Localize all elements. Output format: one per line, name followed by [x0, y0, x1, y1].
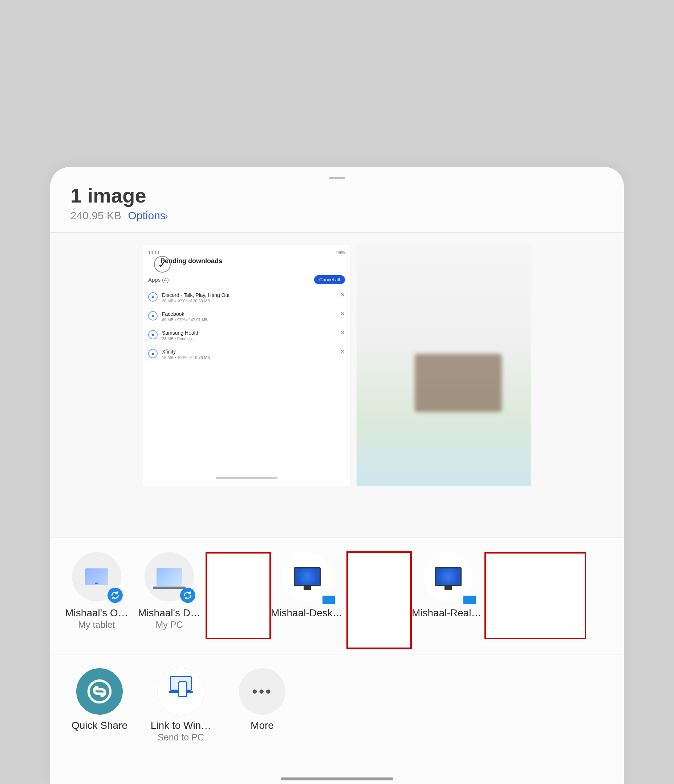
- windows-pc-icon: [282, 552, 332, 601]
- redacted-target[interactable]: [346, 551, 412, 649]
- adjacent-image-thumbnail[interactable]: [357, 245, 531, 486]
- mock-app-row: ●Discord - Talk, Play, Hang Out20 MB • 1…: [148, 292, 345, 303]
- mock-home-indicator: [216, 477, 278, 479]
- tablet-icon: [72, 552, 121, 601]
- link-to-windows-sub: Send to PC: [145, 732, 217, 743]
- options-link[interactable]: Options: [128, 209, 165, 221]
- mock-apps-label: Apps (4): [148, 277, 169, 283]
- quick-share-action[interactable]: Quick Share: [63, 668, 136, 743]
- redacted-target[interactable]: [206, 552, 271, 639]
- redacted-target[interactable]: [484, 552, 586, 639]
- mock-title: Pending downloads: [161, 257, 345, 265]
- sheet-drag-handle[interactable]: [329, 177, 345, 179]
- mock-cancel-all: Cancel all: [314, 275, 345, 284]
- share-sheet: 1 image 240.95 KB Options› ✓ 10:10 99% P…: [50, 167, 624, 784]
- mock-app-row: ●Xfinity18 MB • 100% of 19.76 MB✕: [148, 349, 345, 360]
- mock-app-row: ●Samsung Health23 MB • Pending...✕: [148, 330, 345, 341]
- mock-app-row: ●Facebook69 MB • 97% of 47.91 MB✕: [148, 311, 345, 322]
- pc-badge-icon: [463, 595, 476, 605]
- target-label: Mishaal's O…: [60, 607, 133, 619]
- pc-badge-icon: [322, 595, 335, 605]
- target-label: Mishaal-Realme-Book: [412, 607, 484, 619]
- target-label: Mishaal's D…: [133, 607, 206, 619]
- target-sublabel: My tablet: [60, 619, 133, 630]
- sync-badge-icon: [180, 588, 195, 603]
- quick-share-label: Quick Share: [63, 720, 136, 731]
- share-targets-row[interactable]: Mishaal's O…My tabletMishaal's D…My PCMi…: [50, 538, 624, 654]
- more-action[interactable]: ••• More: [226, 668, 298, 743]
- thumbnail-content: 10:10 99% Pending downloads Apps (4) Can…: [148, 250, 345, 481]
- mock-status-left: 10:10: [148, 250, 159, 255]
- share-target[interactable]: Mishaal-Desktop: [271, 552, 343, 619]
- svg-point-0: [89, 681, 111, 702]
- target-sublabel: My PC: [133, 619, 206, 630]
- more-icon: •••: [239, 668, 286, 715]
- mock-status-right: 99%: [336, 250, 345, 255]
- selection-size: 240.95 KB: [70, 209, 121, 221]
- quick-share-icon: [76, 668, 123, 715]
- link-to-windows-action[interactable]: Link to Win… Send to PC: [145, 668, 217, 743]
- more-label: More: [226, 720, 298, 731]
- share-target[interactable]: Mishaal's D…My PC: [133, 552, 206, 630]
- windows-pc-icon: [423, 552, 473, 601]
- laptop-icon: [145, 552, 194, 601]
- preview-strip[interactable]: ✓ 10:10 99% Pending downloads Apps (4) C…: [50, 233, 624, 538]
- sheet-title: 1 image: [70, 184, 604, 207]
- system-nav-handle[interactable]: [281, 778, 393, 780]
- share-target[interactable]: Mishaal-Realme-Book: [412, 552, 484, 619]
- share-actions-row: Quick Share Link to Win… Send to PC ••• …: [50, 655, 624, 743]
- sheet-header: 1 image 240.95 KB Options›: [50, 183, 624, 232]
- link-to-windows-label: Link to Win…: [145, 720, 217, 731]
- link-to-windows-icon: [158, 668, 204, 715]
- selected-image-thumbnail[interactable]: ✓ 10:10 99% Pending downloads Apps (4) C…: [143, 245, 350, 486]
- sync-badge-icon: [108, 588, 123, 603]
- chevron-right-icon: ›: [165, 210, 168, 221]
- share-target[interactable]: Mishaal's O…My tablet: [60, 552, 133, 630]
- target-label: Mishaal-Desktop: [271, 607, 343, 619]
